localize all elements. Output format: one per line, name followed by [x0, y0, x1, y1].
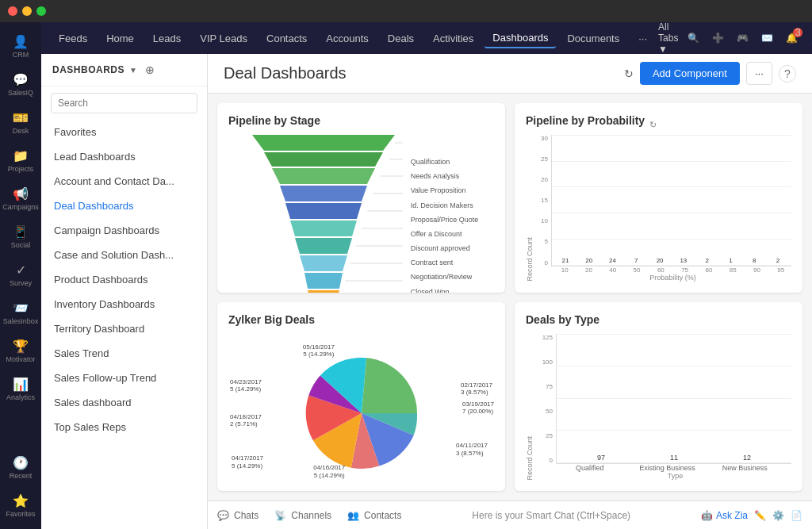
pie-label-2: 04/11/20173 (8.57%) — [456, 442, 488, 457]
nav-leads[interactable]: Leads — [145, 29, 189, 48]
minimize-button[interactable] — [22, 6, 32, 16]
sidebar-item-sales-followup[interactable]: Sales Follow-up Trend — [41, 366, 207, 390]
bottom-settings-icon[interactable]: ⚙️ — [772, 510, 784, 521]
sidebar-item-account-contact[interactable]: Account and Contact Da... — [41, 169, 207, 194]
bottom-doc-icon[interactable]: 📄 — [791, 510, 802, 521]
funnel-label-closed-won: Closed Won — [411, 286, 479, 293]
icon-bar-campaigns[interactable]: 📢 Campaigns — [3, 181, 38, 216]
refresh-chart-icon[interactable]: ↻ — [649, 120, 657, 130]
all-tabs-button[interactable]: All Tabs ▼ — [658, 22, 678, 55]
pipeline-by-stage-card: Pipeline by Stage — [217, 103, 505, 293]
nav-activities[interactable]: Activities — [425, 29, 481, 48]
nav-contacts[interactable]: Contacts — [259, 29, 315, 48]
crm-icon: 👤 — [13, 34, 29, 49]
sidebar-item-territory-dashboard[interactable]: Territory Dashboard — [41, 316, 207, 341]
sidebar-item-top-sales-reps[interactable]: Top Sales Reps — [41, 415, 207, 439]
probability-y-title: Record Count — [526, 135, 534, 282]
nav-deals[interactable]: Deals — [380, 29, 422, 48]
gamepad-icon[interactable]: 🎮 — [733, 29, 752, 47]
deals-by-type-title: Deals by Type — [526, 313, 791, 326]
pie-label-7: 05/16/20175 (14.29%) — [303, 343, 335, 358]
svg-marker-7 — [300, 255, 347, 271]
more-options-button[interactable]: ··· — [746, 62, 772, 85]
sidebar-add-icon[interactable]: ⊕ — [145, 63, 155, 76]
sidebar-item-sales-trend[interactable]: Sales Trend — [41, 341, 207, 366]
close-button[interactable] — [8, 6, 17, 16]
nav-vip-leads[interactable]: VIP Leads — [192, 29, 255, 48]
icon-bar-projects[interactable]: 📁 Projects — [3, 143, 38, 178]
recent-icon: 🕐 — [13, 455, 29, 470]
pipeline-probability-header: Pipeline by Probability ↻ — [526, 114, 791, 135]
sidebar-item-product-dashboards[interactable]: Product Dashboards — [41, 267, 207, 292]
analytics-icon: 📊 — [13, 377, 29, 392]
title-bar — [0, 0, 812, 22]
favorites-label: Favorites — [6, 510, 35, 518]
add-component-button[interactable]: Add Component — [640, 62, 740, 85]
crm-label: CRM — [13, 51, 29, 59]
icon-bar-favorites[interactable]: ⭐ Favorites — [3, 488, 38, 523]
search-icon[interactable]: 🔍 — [684, 29, 703, 47]
icon-bar-analytics[interactable]: 📊 Analytics — [3, 371, 38, 406]
refresh-icon[interactable]: ↻ — [624, 67, 634, 80]
nav-home[interactable]: Home — [98, 29, 142, 48]
sidebar-item-campaign-dashboards[interactable]: Campaign Dashboards — [41, 218, 207, 243]
sidebar-item-lead-dashboards[interactable]: Lead Dashboards — [41, 144, 207, 169]
icon-bar-survey[interactable]: ✓ Survey — [3, 257, 38, 292]
pie-label-3: 04/16/20175 (14.29%) — [313, 464, 345, 479]
zylker-big-deals-card: Zylker Big Deals — [217, 302, 505, 492]
bottom-contacts[interactable]: 👥 Contacts — [347, 510, 401, 521]
sidebar-item-case-solution[interactable]: Case and Solution Dash... — [41, 243, 207, 267]
icon-bar-crm[interactable]: 👤 CRM — [3, 29, 38, 63]
sidebar-search-container — [41, 86, 207, 120]
icon-bar-social[interactable]: 📱 Social — [3, 219, 38, 254]
icon-bar-desk[interactable]: 🎫 Desk — [3, 105, 38, 140]
projects-label: Projects — [8, 165, 34, 173]
nav-feeds[interactable]: Feeds — [51, 29, 95, 48]
maximize-button[interactable] — [36, 6, 46, 16]
sidebar-item-deal-dashboards[interactable]: Deal Dashboards — [41, 194, 207, 218]
contacts-label: Contacts — [364, 510, 401, 521]
probability-x-labels: 10 20 40 50 60 75 80 85 90 95 — [537, 266, 791, 274]
sidebar-item-favorites[interactable]: Favorites — [41, 120, 207, 144]
avatar-icon[interactable]: 👤 — [807, 29, 812, 47]
nav-dashboards[interactable]: Dashboards — [485, 29, 556, 48]
pie-labels: 02/17/20173 (8.57%) 03/19/20177 (20.00%)… — [228, 334, 494, 492]
nav-more[interactable]: ··· — [630, 29, 655, 48]
help-icon[interactable]: ? — [779, 65, 796, 82]
pie-label-5: 04/18/20172 (5.71%) — [230, 413, 262, 428]
smart-chat-input[interactable]: Here is your Smart Chat (Ctrl+Space) — [417, 510, 685, 521]
dashboard-actions: ↻ Add Component ··· ? — [624, 62, 796, 85]
svg-marker-2 — [272, 168, 375, 184]
bottom-channels[interactable]: 📡 Channels — [274, 510, 331, 521]
add-icon[interactable]: ➕ — [709, 29, 727, 47]
dashboard-title: Deal Dashboards — [224, 64, 347, 82]
icon-bar-salesiq[interactable]: 💬 SalesIQ — [3, 67, 38, 102]
funnel-label-needs-analysis: Needs Analysis — [411, 170, 479, 182]
nav-documents[interactable]: Documents — [559, 29, 627, 48]
deals-type-y-axis: 0 25 50 75 100 125 — [537, 334, 556, 465]
deals-type-x-labels: Qualified Existing Business New Business — [537, 464, 791, 472]
chats-label: Chats — [234, 510, 259, 521]
notification-icon[interactable]: 🔔 3 — [783, 29, 801, 47]
pie-container: 02/17/20173 (8.57%) 03/19/20177 (20.00%)… — [228, 334, 494, 492]
nav-accounts[interactable]: Accounts — [318, 29, 376, 48]
icon-bar-motivator[interactable]: 🏆 Motivator — [3, 333, 38, 368]
probability-bars-y-wrapper: 0 5 10 15 20 25 30 — [537, 135, 791, 266]
bottom-chats[interactable]: 💬 Chats — [217, 510, 259, 521]
bottom-edit-icon[interactable]: ✏️ — [754, 510, 766, 521]
deals-type-grid — [557, 334, 791, 464]
funnel-label-proposal: Proposal/Price Quote — [411, 213, 479, 226]
deals-type-y-title: Record Count — [526, 334, 534, 481]
probability-grid — [552, 135, 791, 266]
ask-zia-button[interactable]: 🤖 Ask Zia — [701, 510, 748, 521]
search-input[interactable] — [51, 93, 197, 113]
icon-bar-salesinbox[interactable]: 📨 SalesInbox — [3, 295, 38, 330]
icon-bar-recent[interactable]: 🕐 Recent — [3, 450, 38, 485]
mail-icon[interactable]: ✉️ — [758, 29, 776, 47]
contacts-icon: 👥 — [347, 510, 359, 521]
sidebar-item-inventory-dashboards[interactable]: Inventory Dashboards — [41, 292, 207, 316]
bar-group-10: 21 — [555, 257, 576, 266]
sidebar-item-sales-dashboard[interactable]: Sales dashboard — [41, 390, 207, 415]
sidebar-list: Favorites Lead Dashboards Account and Co… — [41, 120, 207, 529]
probability-bars-area: 21 20 24 — [551, 135, 791, 266]
